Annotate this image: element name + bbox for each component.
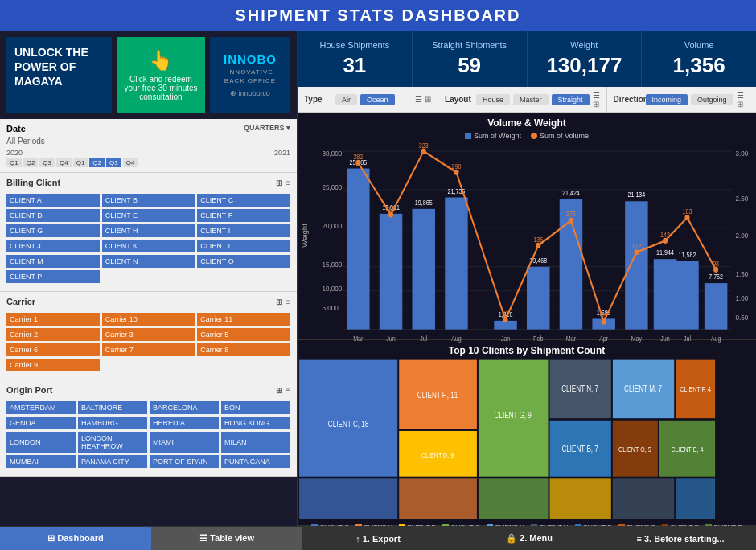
stat-card-straight-shipments: Straight Shipments59 — [413, 31, 528, 87]
svg-text:CLIENT N, 7: CLIENT N, 7 — [561, 384, 598, 393]
carrier-btn-carrier-9[interactable]: Carrier 9 — [6, 359, 100, 371]
svg-text:0.50: 0.50 — [736, 313, 749, 322]
client-btn-client-o[interactable]: CLIENT O — [197, 255, 290, 268]
port-btn-milan[interactable]: MILAN — [221, 432, 290, 453]
quarter-q4-2021[interactable]: Q4 — [123, 158, 138, 167]
carrier-icon-1[interactable]: ⊞ — [276, 298, 282, 306]
quarter-q1-2020[interactable]: Q1 — [6, 158, 22, 167]
nav-table[interactable]: ☰ Table view — [151, 527, 302, 550]
client-btn-client-l[interactable]: CLIENT L — [197, 240, 290, 252]
svg-rect-110 — [299, 478, 397, 519]
carrier-btn-carrier-10[interactable]: Carrier 10 — [102, 313, 195, 326]
port-btn-amsterdam[interactable]: AMSTERDAM — [6, 401, 76, 414]
client-btn-client-k[interactable]: CLIENT K — [102, 240, 195, 252]
port-btn-genoa[interactable]: GENOA — [6, 417, 76, 429]
layout-master-button[interactable]: Master — [513, 94, 549, 105]
client-btn-client-e[interactable]: CLIENT E — [102, 209, 195, 222]
carrier-btn-carrier-11[interactable]: Carrier 11 — [197, 313, 290, 326]
svg-text:98: 98 — [713, 260, 719, 268]
carrier-btn-carrier-1[interactable]: Carrier 1 — [6, 313, 100, 326]
filter-icon-2[interactable]: ≡ — [286, 179, 290, 187]
client-btn-client-d[interactable]: CLIENT D — [6, 209, 100, 222]
type-air-button[interactable]: Air — [335, 94, 357, 105]
port-btn-heredia[interactable]: HEREDIA — [150, 417, 219, 429]
hand-icon: 👆 — [149, 49, 173, 72]
port-btn-hong-kong[interactable]: HONG KONG — [221, 417, 290, 429]
layout-house-button[interactable]: House — [476, 94, 510, 105]
port-btn-bon[interactable]: BON — [221, 401, 290, 414]
client-btn-client-a[interactable]: CLIENT A — [6, 194, 100, 207]
stat-card-volume: Volume1,356 — [642, 31, 756, 87]
svg-text:15,000: 15,000 — [323, 260, 343, 269]
port-btn-panama-city[interactable]: PANAMA CITY — [78, 455, 147, 468]
svg-text:143: 143 — [660, 231, 670, 239]
port-btn-baltimore[interactable]: BALTIMORE — [78, 401, 147, 414]
nav-dashboard[interactable]: ⊞ Dashboard — [0, 527, 151, 550]
port-btn-port-of-spain[interactable]: PORT OF SPAIN — [150, 455, 219, 468]
carrier-btn-carrier-8[interactable]: Carrier 8 — [197, 343, 290, 356]
promo-right[interactable]: INNOBO INNOVATIVE BACK OFFICE ⊕ innobo.c… — [210, 37, 290, 113]
port-btn-london-heathrow[interactable]: LONDON HEATHROW — [78, 432, 147, 453]
top-clients-chart-section: Top 10 Clients by Shipment Count CLIENT … — [298, 340, 756, 526]
carrier-btn-carrier-5[interactable]: Carrier 5 — [197, 328, 290, 341]
port-btn-london[interactable]: LONDON — [6, 432, 76, 453]
nav-before-starting[interactable]: ≡ 3. Before starting... — [605, 527, 756, 550]
carrier-icon-2[interactable]: ≡ — [286, 298, 290, 306]
direction-incoming-button[interactable]: Incoming — [646, 94, 688, 105]
port-btn-miami[interactable]: MIAMI — [150, 432, 219, 453]
port-icon-1[interactable]: ⊞ — [276, 386, 282, 395]
svg-text:21,134: 21,134 — [628, 191, 646, 199]
client-btn-client-f[interactable]: CLIENT F — [197, 209, 290, 222]
svg-text:11,582: 11,582 — [679, 251, 696, 259]
layout-label: Layout — [445, 95, 473, 104]
layout-straight-button[interactable]: Straight — [552, 94, 590, 105]
svg-text:CLIENT G, 9: CLIENT G, 9 — [495, 410, 532, 420]
client-btn-client-c[interactable]: CLIENT C — [197, 194, 290, 207]
carrier-btn-carrier-6[interactable]: Carrier 6 — [6, 343, 100, 356]
quarter-q3-2020[interactable]: Q3 — [39, 158, 55, 167]
svg-rect-37 — [654, 259, 677, 329]
top-clients-title: Top 10 Clients by Shipment Count — [298, 340, 756, 358]
svg-point-46 — [454, 170, 458, 175]
quarter-q3-2021[interactable]: Q3 — [106, 158, 121, 167]
client-btn-client-n[interactable]: CLIENT N — [102, 255, 195, 268]
svg-rect-25 — [445, 197, 468, 329]
port-btn-mumbai[interactable]: MUMBAI — [6, 455, 76, 468]
carrier-btn-carrier-7[interactable]: Carrier 7 — [102, 343, 195, 356]
carrier-btn-carrier-3[interactable]: Carrier 3 — [102, 328, 195, 341]
svg-text:11,944: 11,944 — [656, 249, 674, 257]
carrier-grid: Carrier 1Carrier 10Carrier 11Carrier 2Ca… — [6, 310, 290, 375]
nav-menu[interactable]: 🔒 2. Menu — [454, 527, 605, 550]
treemap-legend-client-n: CLIENT N — [531, 523, 568, 526]
port-btn-punta-cana[interactable]: PUNTA CANA — [221, 455, 290, 468]
type-ocean-button[interactable]: Ocean — [360, 94, 395, 105]
client-btn-client-b[interactable]: CLIENT B — [102, 194, 195, 207]
quarter-q4-2020[interactable]: Q4 — [56, 158, 72, 167]
quarters-label[interactable]: QUARTERS ▾ — [244, 124, 290, 133]
type-icon[interactable]: ☰ ⊞ — [415, 95, 431, 104]
layout-icon[interactable]: ☰ ⊞ — [593, 91, 600, 109]
client-btn-client-j[interactable]: CLIENT J — [6, 240, 100, 252]
direction-label: Direction — [614, 95, 643, 104]
svg-text:323: 323 — [419, 142, 429, 150]
direction-outgoing-button[interactable]: Outgoing — [691, 94, 733, 105]
carrier-btn-carrier-2[interactable]: Carrier 2 — [6, 328, 100, 341]
quarter-q2-2020[interactable]: Q2 — [23, 158, 39, 167]
port-icon-2[interactable]: ≡ — [286, 386, 290, 395]
svg-text:2.50: 2.50 — [736, 195, 749, 203]
client-btn-client-g[interactable]: CLIENT G — [6, 224, 100, 237]
client-btn-client-h[interactable]: CLIENT H — [102, 224, 195, 237]
volume-weight-title: Volume & Weight — [298, 113, 756, 130]
quarter-q1-2021[interactable]: Q1 — [73, 158, 88, 167]
promo-middle[interactable]: 👆 Click and redeem your free 30 minutes … — [117, 37, 205, 113]
direction-icon[interactable]: ☰ ⊞ — [737, 91, 750, 109]
client-btn-client-i[interactable]: CLIENT I — [197, 224, 290, 237]
port-btn-hamburg[interactable]: HAMBURG — [78, 417, 147, 429]
svg-rect-23 — [413, 209, 436, 330]
port-btn-barcelona[interactable]: BARCELONA — [150, 401, 219, 414]
filter-icon-1[interactable]: ⊞ — [276, 179, 282, 187]
client-btn-client-m[interactable]: CLIENT M — [6, 255, 100, 268]
quarter-q2-2021[interactable]: Q2 — [89, 158, 105, 167]
client-btn-client-p[interactable]: CLIENT P — [6, 270, 100, 283]
nav-export[interactable]: ↑ 1. Export — [302, 527, 454, 550]
